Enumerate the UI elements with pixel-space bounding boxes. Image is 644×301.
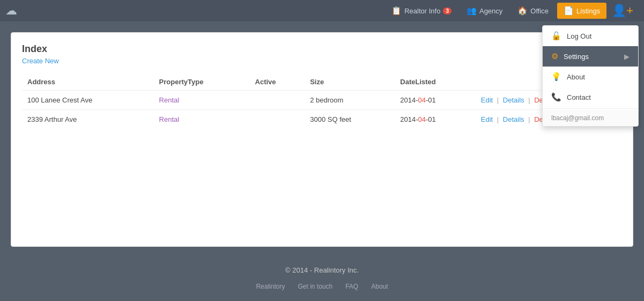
user-dropdown-menu: 🔓 Log Out ⚙ Settings ▶ 💡 About 📞 Contact… (542, 25, 639, 127)
dropdown-item-label: About (567, 73, 585, 81)
nav-item-label: Office (530, 7, 549, 15)
agency-icon: 👥 (467, 6, 477, 16)
col-size: Size (305, 74, 395, 91)
cell-property-type: Rental (154, 110, 250, 129)
date-prefix: 2014- (400, 115, 418, 123)
action-edit[interactable]: Edit (481, 115, 493, 123)
user-menu-container: 👤+ 🔓 Log Out ⚙ Settings ▶ 💡 About 📞 (606, 4, 639, 18)
nav-item-agency[interactable]: 👥 Agency (460, 3, 509, 19)
table-row: 100 Lanee Crest Ave Rental 2 bedroom 201… (22, 91, 622, 110)
cell-address: 2339 Arthur Ave (22, 110, 154, 129)
dropdown-item-contact[interactable]: 📞 Contact (543, 87, 638, 107)
footer-link-get-in-touch[interactable]: Get in touch (298, 283, 332, 290)
content-card: Index Create New Address PropertyType Ac… (11, 32, 633, 247)
chevron-right-icon: ▶ (624, 53, 630, 61)
office-icon: 🏠 (517, 6, 528, 16)
cell-size: 2 bedroom (305, 91, 395, 110)
cell-property-type: Rental (154, 91, 250, 110)
action-details[interactable]: Details (503, 96, 524, 104)
cell-date-listed: 2014-04-01 (395, 91, 476, 110)
col-date-listed: DateListed (395, 74, 476, 91)
dropdown-divider (543, 108, 638, 109)
footer-links: Realintory Get in touch FAQ About (9, 283, 635, 290)
cell-size: 3000 SQ feet (305, 110, 395, 129)
settings-icon: ⚙ (551, 52, 558, 61)
footer-link-about[interactable]: About (371, 283, 388, 290)
footer-link-faq[interactable]: FAQ (345, 283, 358, 290)
listings-table: Address PropertyType Active Size DateLis… (22, 74, 622, 129)
page-title: Index (22, 43, 622, 55)
footer-copyright: © 2014 - Realintory Inc. (9, 266, 635, 274)
user-menu-button[interactable]: 👤+ (606, 1, 639, 20)
nav-items: 📋 Realtor Info 3 👥 Agency 🏠 Office 📄 Lis… (385, 3, 606, 19)
dropdown-item-label: Log Out (567, 32, 591, 40)
dropdown-item-settings[interactable]: ⚙ Settings ▶ (543, 46, 638, 67)
date-suffix: -01 (426, 115, 436, 123)
col-address: Address (22, 74, 154, 91)
nav-badge: 3 (443, 8, 451, 14)
navbar: ☁ 📋 Realtor Info 3 👥 Agency 🏠 Office 📄 L… (0, 0, 644, 21)
table-header-row: Address PropertyType Active Size DateLis… (22, 74, 622, 91)
contact-icon: 📞 (551, 92, 561, 102)
cell-active (250, 110, 305, 129)
dropdown-item-about[interactable]: 💡 About (543, 67, 638, 87)
table-row: 2339 Arthur Ave Rental 3000 SQ feet 2014… (22, 110, 622, 129)
cell-address: 100 Lanee Crest Ave (22, 91, 154, 110)
realtor-info-icon: 📋 (391, 6, 402, 16)
date-highlight: 04 (418, 96, 426, 104)
dropdown-item-label: Settings (564, 53, 589, 61)
listings-icon: 📄 (564, 6, 574, 16)
brand-icon: ☁ (5, 4, 17, 18)
date-highlight: 04 (418, 115, 426, 123)
dropdown-email: lbacaj@gmail.com (543, 110, 638, 126)
footer: © 2014 - Realintory Inc. Realintory Get … (0, 258, 644, 299)
action-details[interactable]: Details (503, 115, 524, 123)
dropdown-item-label: Contact (567, 93, 591, 101)
col-active: Active (250, 74, 305, 91)
cell-date-listed: 2014-04-01 (395, 110, 476, 129)
dropdown-item-logout[interactable]: 🔓 Log Out (543, 26, 638, 46)
nav-item-listings[interactable]: 📄 Listings (557, 3, 606, 19)
nav-item-label: Realtor Info (404, 7, 440, 15)
cell-active (250, 91, 305, 110)
nav-item-label: Listings (576, 7, 600, 15)
date-prefix: 2014- (400, 96, 418, 104)
nav-item-realtor-info[interactable]: 📋 Realtor Info 3 (385, 3, 458, 19)
about-icon: 💡 (551, 72, 561, 82)
col-property-type: PropertyType (154, 74, 250, 91)
action-edit[interactable]: Edit (481, 96, 493, 104)
nav-item-label: Agency (479, 7, 502, 15)
create-new-link[interactable]: Create New (22, 57, 59, 65)
nav-item-office[interactable]: 🏠 Office (511, 3, 555, 19)
logout-icon: 🔓 (551, 31, 561, 41)
footer-link-realintory[interactable]: Realintory (256, 283, 285, 290)
date-suffix: -01 (426, 96, 436, 104)
